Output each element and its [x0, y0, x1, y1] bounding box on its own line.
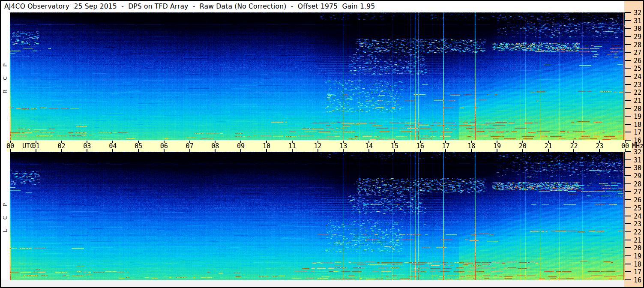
- freq-label: 16: [634, 277, 644, 284]
- freq-label: 19: [634, 253, 644, 260]
- hour-label: 22: [565, 143, 582, 150]
- freq-tick: [625, 207, 631, 208]
- freq-tick: [625, 199, 631, 200]
- freq-tick: [625, 240, 631, 240]
- freq-tick: [625, 60, 631, 61]
- freq-tick: [625, 271, 631, 272]
- freq-tick: [625, 183, 631, 184]
- freq-label: 29: [634, 173, 644, 180]
- hour-label: 13: [335, 143, 352, 150]
- freq-tick: [625, 216, 631, 216]
- freq-label: 23: [634, 81, 644, 88]
- freq-label: 18: [634, 121, 644, 128]
- hour-label: 18: [463, 143, 480, 150]
- freq-label: 17: [634, 129, 644, 136]
- freq-label: 17: [634, 269, 644, 276]
- freq-label: 29: [634, 33, 644, 40]
- hour-label: 21: [540, 143, 557, 150]
- freq-tick: [625, 279, 631, 280]
- freq-label: 25: [634, 65, 644, 72]
- freq-label: 20: [634, 245, 644, 252]
- freq-tick: [625, 116, 631, 117]
- freq-tick: [625, 108, 631, 109]
- freq-tick: [625, 36, 631, 37]
- hour-label: 06: [156, 143, 173, 150]
- freq-label: 21: [634, 97, 644, 104]
- hour-label: 17: [437, 143, 454, 150]
- hour-label: 05: [130, 143, 147, 150]
- freq-label: 32: [634, 9, 644, 16]
- freq-label: 19: [634, 113, 644, 120]
- hour-label: 03: [78, 143, 96, 150]
- freq-tick: [625, 92, 631, 93]
- freq-tick: [625, 76, 631, 77]
- freq-tick: [625, 264, 631, 264]
- freq-tick: [625, 12, 631, 13]
- hour-label: 04: [104, 143, 121, 150]
- hour-label: 10: [258, 143, 275, 150]
- freq-label: 21: [634, 237, 644, 244]
- frequency-unit-label: MHz: [632, 143, 644, 150]
- freq-tick: [625, 28, 631, 29]
- hour-label: 20: [514, 143, 531, 150]
- hour-label: 16: [412, 143, 429, 150]
- freq-label: 28: [634, 42, 644, 48]
- hour-label: 00: [2, 143, 19, 150]
- hour-label: 00: [617, 143, 634, 150]
- freq-tick: [625, 124, 631, 125]
- freq-label: 22: [634, 229, 644, 236]
- hour-label: 08: [207, 143, 224, 150]
- utc-unit-label: UTC: [22, 143, 34, 150]
- freq-label: 27: [634, 49, 644, 56]
- hour-label: 15: [386, 143, 403, 150]
- lcp-polarization-label: L C P: [1, 152, 9, 280]
- hour-label: 12: [309, 143, 326, 150]
- hour-label: 11: [284, 143, 301, 150]
- freq-tick: [625, 159, 631, 160]
- freq-tick: [625, 175, 631, 176]
- freq-tick: [625, 100, 631, 101]
- freq-label: 30: [634, 165, 644, 171]
- freq-label: 24: [634, 213, 644, 220]
- hour-label: 07: [181, 143, 198, 150]
- freq-label: 22: [634, 89, 644, 96]
- freq-label: 28: [634, 181, 644, 188]
- freq-label: 23: [634, 221, 644, 228]
- freq-tick: [625, 167, 631, 168]
- freq-label: 30: [634, 25, 644, 32]
- hour-label: 23: [591, 143, 608, 150]
- page-title: AJ4CO Observatory 25 Sep 2015 - DPS on T…: [4, 3, 375, 10]
- freq-label: 24: [634, 73, 644, 80]
- freq-label: 20: [634, 105, 644, 112]
- bottom-margin: [1, 280, 624, 287]
- rcp-spectrogram-heatmap: [10, 12, 625, 140]
- freq-label: 18: [634, 261, 644, 268]
- rcp-label-text: R C P: [2, 59, 9, 93]
- freq-label: 27: [634, 189, 644, 195]
- freq-tick: [625, 20, 631, 21]
- hour-label: 19: [488, 143, 506, 150]
- freq-tick: [625, 132, 631, 132]
- freq-tick: [625, 247, 631, 248]
- freq-tick: [625, 191, 631, 192]
- freq-label: 26: [634, 197, 644, 204]
- freq-label: 31: [634, 157, 644, 164]
- hour-label: 14: [360, 143, 377, 150]
- freq-label: 25: [634, 205, 644, 212]
- lcp-spectrogram-heatmap: [10, 152, 625, 280]
- freq-tick: [625, 44, 631, 45]
- freq-tick: [625, 255, 631, 256]
- freq-tick: [625, 84, 631, 85]
- freq-tick: [625, 223, 631, 224]
- hour-label: 09: [232, 143, 249, 150]
- time-axis-strip: UTC 000102030405060708091011121314151617…: [6, 141, 632, 152]
- rcp-polarization-label: R C P: [1, 12, 9, 140]
- spectrogram-window: AJ4CO Observatory 25 Sep 2015 - DPS on T…: [0, 0, 644, 288]
- hour-label: 02: [53, 143, 70, 150]
- freq-tick: [625, 231, 631, 232]
- freq-label: 31: [634, 18, 644, 24]
- freq-tick: [625, 68, 631, 69]
- freq-tick: [625, 151, 631, 152]
- freq-label: 26: [634, 57, 644, 64]
- freq-tick: [625, 52, 631, 53]
